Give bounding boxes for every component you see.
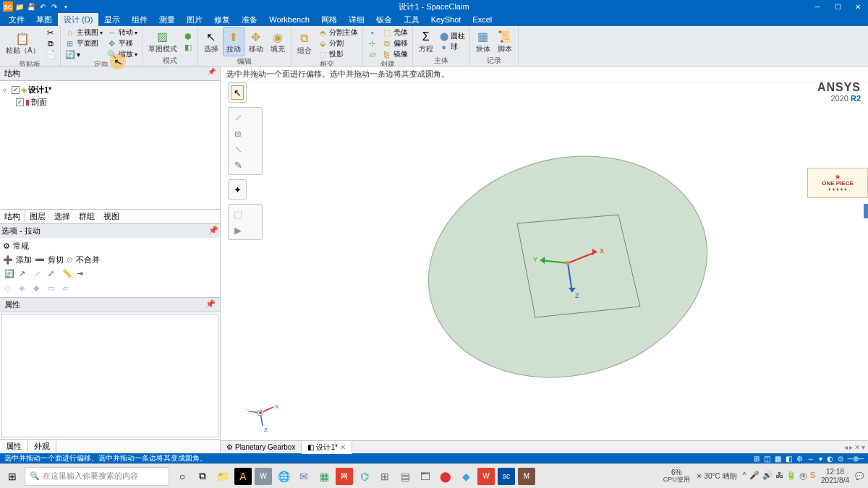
opt-draft-icon[interactable]: ⟋ [33, 269, 43, 279]
menu-0[interactable]: 文件 [3, 13, 30, 27]
ft-edge2-button[interactable]: ⦻ [231, 126, 245, 140]
ft-misc1-button[interactable]: ⬚ [231, 207, 245, 221]
taskbar-search[interactable]: 🔍 在这里输入你要搜索的内容 [25, 467, 169, 486]
tab-prev-button[interactable]: ◂ [844, 443, 848, 451]
pin-icon[interactable]: 📌 [205, 299, 216, 310]
create-point-button[interactable]: • [366, 27, 379, 38]
opt-c-icon[interactable]: ◆ [33, 283, 43, 294]
offset-button[interactable]: ⧉偏移 [380, 38, 409, 48]
collapse-icon[interactable]: ▿ [3, 87, 10, 94]
structure-tree[interactable]: ▿ ✓ ◈ 设计1* ✓ ▮ 剖面 [0, 81, 220, 209]
tb-calc[interactable]: ⊞ [376, 468, 393, 485]
opt-a-icon[interactable]: ◇ [4, 283, 14, 294]
status-icon[interactable]: ─⊕─ [848, 455, 864, 463]
orientation-triad[interactable]: X Y Z [246, 397, 282, 433]
menu-1[interactable]: 草图 [30, 13, 58, 27]
tree-root[interactable]: ▿ ✓ ◈ 设计1* [3, 84, 217, 96]
menu-2[interactable]: 设计 (D) [58, 13, 98, 27]
checkbox[interactable]: ✓ [12, 86, 20, 94]
taskbar-clock[interactable]: 12:18 2021/8/4 [821, 468, 849, 485]
subtab-1[interactable]: 图层 [25, 210, 50, 223]
cpu-meter[interactable]: 6% CPU使用 [663, 468, 690, 484]
tray-vol-icon[interactable]: 🔊 [762, 471, 773, 481]
tab-close-button[interactable]: ✕ [854, 443, 860, 451]
menu-11[interactable]: 详细 [343, 13, 370, 27]
menu-5[interactable]: 测量 [153, 13, 181, 27]
ft-edge3-button[interactable]: ⟍ [231, 142, 245, 156]
tray-ime-icon[interactable]: ㊥ [799, 471, 807, 481]
menu-15[interactable]: Excel [467, 14, 498, 25]
status-icon[interactable]: ⚙ [796, 455, 803, 463]
status-icon[interactable]: ⊞ [754, 455, 760, 463]
split-button[interactable]: ⬙分割 [316, 38, 359, 48]
home-view-button[interactable]: ⌂主视图▾ [64, 27, 104, 38]
opt-d-icon[interactable]: ▭ [48, 283, 58, 294]
tb-wps[interactable]: W [477, 468, 495, 485]
tray-net-icon[interactable]: 🖧 [775, 471, 783, 481]
tray-up-icon[interactable]: ^ [743, 471, 746, 481]
menu-9[interactable]: Workbench [263, 14, 315, 25]
move-button[interactable]: ✥ 移动 [246, 28, 266, 56]
cut-icon[interactable]: ➖ [35, 255, 45, 265]
status-icon[interactable]: ▦ [775, 455, 781, 463]
paste-small-button[interactable]: 📄 [44, 49, 57, 59]
side-tab[interactable] [864, 204, 868, 218]
tb-cortana[interactable]: ○ [174, 468, 191, 485]
pull-button[interactable]: ⬆ 拉动 [223, 27, 244, 56]
status-icon[interactable]: ◫ [764, 455, 770, 463]
opt-e-icon[interactable]: ▱ [62, 283, 72, 294]
maximize-button[interactable]: ☐ [827, 0, 848, 13]
menu-8[interactable]: 准备 [236, 13, 263, 27]
cut-small-button[interactable]: ✂ [44, 27, 57, 38]
menu-3[interactable]: 显示 [98, 13, 126, 27]
tb-app-a[interactable]: A [234, 468, 252, 485]
subtab-2[interactable]: 选择 [50, 210, 75, 223]
bottom-tab-1[interactable]: 外观 [28, 440, 56, 453]
menu-6[interactable]: 图片 [181, 13, 208, 27]
tab-menu-button[interactable]: ▾ [861, 443, 865, 451]
nomerge-icon[interactable]: ⊘ [67, 255, 73, 265]
tb-taskview[interactable]: ⧉ [194, 468, 211, 485]
script-button[interactable]: 📜 脚本 [495, 28, 515, 56]
menu-10[interactable]: 网格 [315, 13, 343, 27]
open-icon[interactable]: 📁 [14, 1, 25, 12]
tb-app-t[interactable]: ⌬ [356, 468, 373, 485]
mode-section-button[interactable]: ◧ [182, 42, 195, 52]
pin-icon[interactable]: 📌 [208, 226, 218, 236]
tb-edge[interactable]: 🌐 [275, 468, 292, 485]
tb-app-r[interactable]: 网 [336, 468, 353, 485]
spin-view-button[interactable]: 🔄▾ [64, 49, 104, 59]
opt-sweep-icon[interactable]: ↗ [19, 269, 29, 279]
tab-next-button[interactable]: ▸ [849, 443, 853, 451]
status-icon[interactable]: ▾ [819, 455, 822, 463]
menu-14[interactable]: KeyShot [425, 14, 467, 25]
opt-revolve-icon[interactable]: 🔄 [4, 269, 14, 279]
pan-view-button[interactable]: ✥平移 [106, 38, 139, 48]
tb-app-c[interactable]: ◆ [457, 468, 475, 485]
cylinder-button[interactable]: ⬤圆柱 [438, 31, 467, 41]
close-button[interactable]: ✕ [848, 0, 868, 13]
doc-tab-1[interactable]: ◧设计1* ✕ [302, 441, 352, 454]
tray-s-icon[interactable]: S [810, 471, 815, 481]
combine-button[interactable]: ⧉ 组合 [294, 30, 315, 57]
options-general-row[interactable]: ⚙ 常规 [3, 239, 217, 253]
opt-scale-icon[interactable]: ⤢ [48, 269, 58, 279]
sphere-button[interactable]: ●球 [438, 42, 467, 52]
opt-b-icon[interactable]: ◈ [19, 283, 29, 294]
redo-icon[interactable]: ↷ [49, 1, 59, 12]
tb-spaceclaim[interactable]: sc [498, 468, 515, 485]
status-icon[interactable]: ⊙ [838, 455, 843, 463]
status-icon[interactable]: ◐ [827, 455, 833, 463]
subtab-4[interactable]: 视图 [99, 210, 124, 223]
opt-upto-icon[interactable]: ⇥ [77, 269, 87, 279]
paste-button[interactable]: 📋 粘贴（A） [3, 30, 43, 57]
status-icon[interactable]: ↔ [807, 455, 814, 463]
plan-view-button[interactable]: ⊞平面图 [64, 38, 104, 48]
equation-button[interactable]: Σ 方程 [416, 28, 436, 56]
checkbox[interactable]: ✓ [16, 98, 24, 106]
mode-3d-button[interactable]: ⬢ [182, 31, 195, 41]
tb-word[interactable]: W [255, 468, 272, 485]
subtab-3[interactable]: 群组 [75, 210, 99, 223]
start-button[interactable]: ⊞ [0, 464, 25, 489]
ft-edge4-button[interactable]: ✎ [231, 158, 245, 172]
